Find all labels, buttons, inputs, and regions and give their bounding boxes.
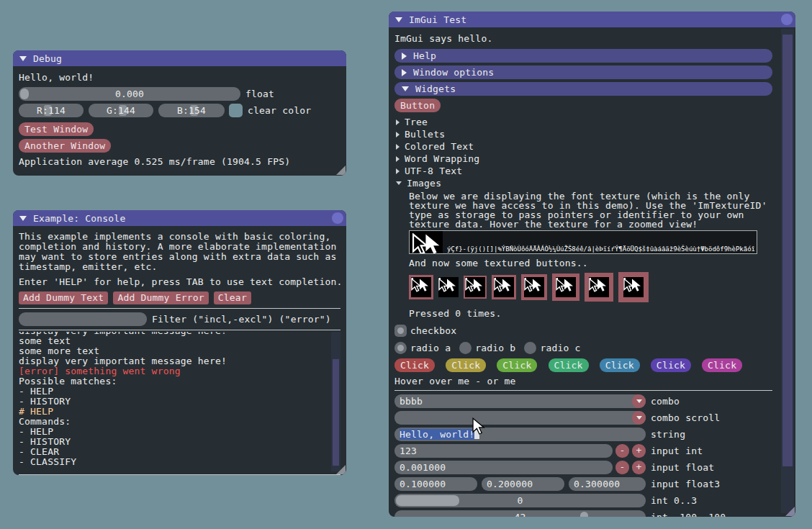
radio-a[interactable]: radio a bbox=[394, 342, 451, 354]
slider-int-100-value: 42 bbox=[394, 512, 646, 517]
chevron-down-icon bbox=[636, 399, 642, 403]
float-slider[interactable]: 0.000 bbox=[19, 87, 240, 101]
click-button-2[interactable]: Click bbox=[446, 358, 486, 372]
checkbox-label: checkbox bbox=[410, 325, 456, 336]
resize-grip[interactable] bbox=[336, 166, 346, 175]
decrement-button[interactable]: - bbox=[615, 461, 629, 474]
combo-label: combo bbox=[651, 396, 680, 407]
click-button-4[interactable]: Click bbox=[549, 358, 589, 372]
input-float-field[interactable]: 0.001000 bbox=[394, 461, 613, 474]
radio-c-label: radio c bbox=[540, 343, 580, 353]
console-help-line: Enter 'HELP' for help, press TAB to use … bbox=[19, 277, 340, 287]
input-int-field[interactable]: 123 bbox=[394, 444, 613, 458]
header-window-options[interactable]: Window options bbox=[394, 65, 772, 79]
drag-blue[interactable]: B:154 bbox=[158, 104, 225, 117]
debug-window-title: Debug bbox=[33, 53, 62, 64]
collapse-arrow-icon[interactable] bbox=[395, 17, 402, 22]
debug-titlebar[interactable]: Debug bbox=[13, 50, 346, 66]
textured-buttons-text: And now some textured buttons.. bbox=[409, 258, 772, 268]
image-button[interactable] bbox=[492, 275, 516, 299]
click-button-3[interactable]: Click bbox=[497, 358, 537, 372]
float-slider-label: float bbox=[245, 89, 274, 99]
test-window-button[interactable]: Test Window bbox=[19, 122, 94, 136]
header-widgets-label: Widgets bbox=[415, 83, 456, 94]
combo-arrow-button[interactable] bbox=[632, 411, 646, 425]
click-button-7[interactable]: Click bbox=[702, 358, 742, 372]
radio-b[interactable]: radio b bbox=[459, 342, 515, 354]
decrement-button[interactable]: - bbox=[615, 444, 629, 458]
increment-button[interactable]: + bbox=[632, 444, 646, 458]
header-widgets[interactable]: Widgets bbox=[394, 82, 772, 96]
imgui-titlebar[interactable]: ImGui Test bbox=[389, 12, 795, 27]
input-float3-y[interactable]: 0.200000 bbox=[482, 477, 564, 491]
console-scrollbar-thumb[interactable] bbox=[333, 359, 339, 466]
tree-list: Tree Bullets Colored Text Word Wrapping … bbox=[394, 116, 772, 189]
radio-icon[interactable] bbox=[394, 342, 407, 354]
add-dummy-error-button[interactable]: Add Dummy Error bbox=[113, 291, 208, 304]
clear-button[interactable]: Clear bbox=[214, 291, 251, 304]
console-scrollbar[interactable] bbox=[331, 332, 340, 471]
tree-node-word-wrapping[interactable]: Word Wrapping bbox=[394, 153, 772, 165]
add-dummy-text-button[interactable]: Add Dummy Text bbox=[19, 291, 108, 304]
clear-color-swatch[interactable] bbox=[229, 104, 243, 117]
console-window-title: Example: Console bbox=[33, 213, 125, 224]
image-button[interactable] bbox=[618, 272, 649, 302]
close-icon[interactable] bbox=[781, 14, 793, 25]
drag-red[interactable]: R:114 bbox=[19, 104, 84, 117]
image-button[interactable] bbox=[409, 275, 433, 299]
combo-arrow-button[interactable] bbox=[632, 394, 646, 408]
click-button-5[interactable]: Click bbox=[600, 358, 640, 372]
float-slider-value: 0.000 bbox=[19, 89, 240, 99]
resize-grip[interactable] bbox=[785, 507, 795, 516]
resize-grip[interactable] bbox=[336, 465, 346, 474]
combo-scroll-select[interactable] bbox=[394, 411, 646, 425]
tree-node-tree[interactable]: Tree bbox=[394, 116, 772, 128]
tree-node-utf8-text[interactable]: UTF-8 Text bbox=[394, 165, 772, 177]
image-button[interactable] bbox=[552, 273, 579, 301]
checkbox-widget[interactable] bbox=[394, 325, 407, 337]
image-button[interactable] bbox=[464, 276, 487, 299]
slider-int-100-label: int -100..100 bbox=[651, 512, 726, 517]
separator bbox=[394, 390, 772, 391]
button-widget[interactable]: Button bbox=[394, 99, 441, 112]
console-log[interactable]: display very important message here! som… bbox=[19, 332, 340, 473]
combo-row: bbbb combo bbox=[394, 394, 772, 408]
drag-green[interactable]: G:144 bbox=[89, 104, 153, 117]
increment-button[interactable]: + bbox=[632, 461, 646, 474]
console-titlebar[interactable]: Example: Console bbox=[13, 210, 346, 226]
images-text-line: texture data. Hover the texture for a zo… bbox=[409, 220, 772, 229]
tree-node-label: UTF-8 Text bbox=[405, 166, 462, 176]
chevron-right-icon bbox=[402, 53, 407, 60]
click-button-6[interactable]: Click bbox=[651, 358, 691, 372]
combo-select[interactable]: bbbb bbox=[394, 394, 646, 408]
radio-icon[interactable] bbox=[459, 342, 472, 354]
another-window-button[interactable]: Another Window bbox=[19, 139, 111, 153]
tree-node-colored-text[interactable]: Colored Text bbox=[394, 140, 772, 153]
slider-int-100[interactable]: 42 bbox=[394, 510, 646, 517]
filter-input[interactable] bbox=[19, 312, 147, 326]
slider-int-0-3[interactable]: 0 bbox=[394, 494, 646, 507]
image-button[interactable] bbox=[438, 277, 459, 297]
tree-node-images[interactable]: Images bbox=[394, 177, 772, 189]
close-icon[interactable] bbox=[332, 212, 343, 224]
input-float3-z[interactable]: 0.300000 bbox=[569, 477, 646, 491]
string-input[interactable]: Hello, world! bbox=[394, 428, 646, 441]
click-button-1[interactable]: Click bbox=[394, 358, 435, 372]
collapse-arrow-icon[interactable] bbox=[19, 56, 27, 61]
hover-over-me-text[interactable]: Hover over me - or me bbox=[394, 376, 772, 386]
console-intro: This example implements a console with b… bbox=[19, 232, 340, 272]
radio-icon[interactable] bbox=[524, 342, 536, 354]
radio-row: radio a radio b radio c bbox=[394, 342, 772, 354]
image-button[interactable] bbox=[521, 274, 547, 300]
tree-node-bullets[interactable]: Bullets bbox=[394, 128, 772, 140]
imgui-scrollbar-thumb[interactable] bbox=[782, 35, 793, 466]
image-button[interactable] bbox=[585, 273, 613, 302]
imgui-scrollbar[interactable] bbox=[781, 29, 794, 513]
radio-c[interactable]: radio c bbox=[524, 342, 580, 354]
font-texture-image[interactable]: ýÇf}-(ÿj()[]|%ÝBÑòÙôóÃÄÀÁÒ½¼ÙúŽŠ8éê/â|èÞ… bbox=[409, 230, 757, 254]
debug-content: Hello, world! 0.000 float R:114 G:144 B:… bbox=[13, 66, 346, 167]
collapse-arrow-icon[interactable] bbox=[19, 216, 27, 221]
input-float3-x[interactable]: 0.100000 bbox=[394, 477, 477, 491]
log-line-error: [error] something went wrong bbox=[19, 366, 340, 376]
header-help[interactable]: Help bbox=[394, 49, 772, 63]
